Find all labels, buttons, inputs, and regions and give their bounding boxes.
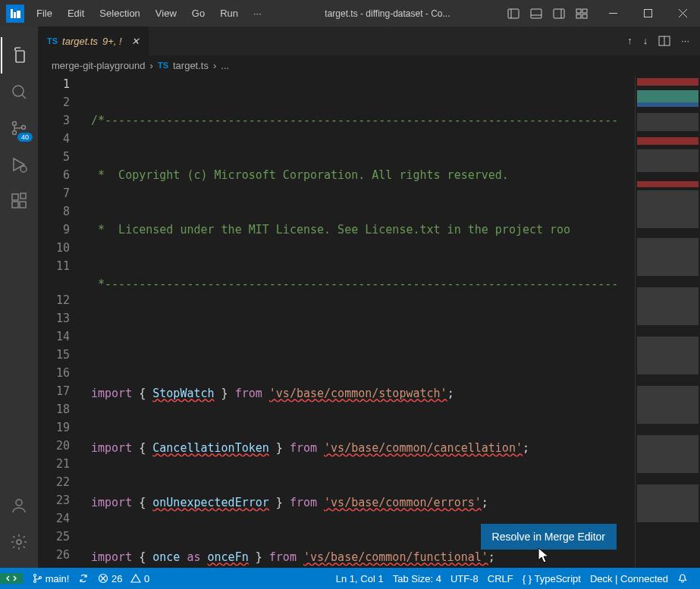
svg-point-24 (16, 500, 22, 506)
title-bar: File Edit Selection View Go Run ··· targ… (0, 0, 700, 27)
settings-gear-icon[interactable] (1, 524, 37, 560)
upload-icon[interactable]: ↑ (627, 35, 633, 47)
cursor-position[interactable]: Ln 1, Col 1 (336, 573, 384, 584)
svg-rect-6 (576, 9, 581, 13)
layout-controls (507, 8, 595, 20)
breadcrumb-file[interactable]: target.ts (173, 60, 209, 71)
menu-edit[interactable]: Edit (61, 5, 90, 22)
tab-filename: target.ts (62, 36, 98, 47)
scm-badge: 40 (17, 133, 33, 142)
tab-bar: TS target.ts 9+, ! ✕ ↑ ↓ ··· (38, 27, 700, 55)
editor-tab[interactable]: TS target.ts 9+, ! ✕ (38, 27, 149, 55)
notifications-icon[interactable] (677, 573, 688, 584)
menu-file[interactable]: File (30, 5, 58, 22)
remote-indicator[interactable] (0, 573, 23, 584)
tab-close-icon[interactable]: ✕ (131, 36, 140, 47)
svg-rect-4 (554, 9, 564, 18)
minimap[interactable] (635, 75, 700, 568)
window-controls (595, 0, 700, 27)
editor-area: TS target.ts 9+, ! ✕ ↑ ↓ ··· merge-git-p… (38, 27, 700, 568)
run-debug-icon[interactable] (1, 146, 37, 183)
panel-left-icon[interactable] (507, 8, 520, 20)
svg-point-29 (34, 580, 36, 582)
typescript-file-icon: TS (47, 36, 58, 45)
svg-rect-8 (576, 14, 581, 18)
breadcrumb-folder[interactable]: merge-git-playground (52, 60, 146, 71)
activity-bar: 40 (0, 27, 38, 568)
minimize-button[interactable] (595, 0, 630, 27)
svg-point-25 (17, 540, 21, 544)
svg-rect-0 (508, 9, 519, 18)
language-mode[interactable]: { } TypeScript (523, 573, 581, 584)
close-button[interactable] (665, 0, 700, 27)
typescript-file-icon: TS (158, 61, 168, 70)
svg-point-16 (13, 122, 17, 126)
svg-point-28 (34, 574, 36, 576)
split-editor-icon[interactable] (658, 35, 670, 47)
source-control-icon[interactable]: 40 (1, 110, 37, 146)
accounts-icon[interactable] (1, 487, 37, 524)
svg-rect-23 (20, 193, 26, 199)
status-bar: main! 26 0 Ln 1, Col 1 Tab Size: 4 UTF-8… (0, 568, 700, 589)
svg-line-15 (22, 95, 26, 99)
layout-icon[interactable] (576, 8, 588, 20)
svg-point-19 (20, 166, 27, 172)
problems-indicator[interactable]: 26 0 (98, 573, 149, 584)
resolve-merge-editor-button[interactable]: Resolve in Merge Editor (481, 524, 617, 550)
breadcrumb-more[interactable]: ... (221, 60, 229, 71)
window-title: target.ts - diffing-dataset - Co... (268, 8, 507, 19)
menu-run[interactable]: Run (214, 5, 244, 22)
download-icon[interactable]: ↓ (643, 35, 648, 47)
app-icon[interactable] (6, 5, 24, 23)
menu-selection[interactable]: Selection (93, 5, 146, 22)
svg-rect-20 (12, 194, 18, 200)
svg-rect-21 (12, 202, 18, 208)
svg-rect-22 (20, 202, 26, 208)
more-actions-icon[interactable]: ··· (681, 35, 689, 47)
branch-indicator[interactable]: main! (32, 573, 69, 584)
menu-bar: File Edit Selection View Go Run ··· (30, 5, 268, 22)
panel-right-icon[interactable] (553, 8, 565, 20)
breadcrumbs[interactable]: merge-git-playground › TS target.ts › ..… (38, 55, 700, 75)
menu-view[interactable]: View (149, 5, 183, 22)
search-icon[interactable] (1, 74, 37, 110)
deck-status[interactable]: Deck | Connected (590, 573, 668, 584)
maximize-button[interactable] (630, 0, 665, 27)
chevron-right-icon: › (150, 60, 153, 71)
svg-point-17 (13, 131, 17, 135)
chevron-right-icon: › (213, 60, 216, 71)
encoding[interactable]: UTF-8 (450, 573, 479, 584)
panel-bottom-icon[interactable] (530, 8, 542, 20)
extensions-icon[interactable] (1, 183, 37, 219)
svg-rect-2 (531, 9, 541, 18)
sync-indicator[interactable] (78, 573, 89, 584)
svg-rect-9 (582, 14, 587, 18)
svg-rect-10 (609, 13, 617, 14)
line-number-gutter: 1 2 3 4 5 6 7 8 9 10 11 12 13 14 15 16 1… (38, 75, 91, 568)
menu-more[interactable]: ··· (247, 5, 268, 22)
tab-metadata: 9+, ! (102, 36, 122, 47)
svg-rect-7 (582, 9, 587, 13)
explorer-icon[interactable] (1, 37, 37, 74)
svg-point-14 (13, 86, 24, 96)
svg-rect-11 (644, 10, 651, 17)
code-editor[interactable]: /*--------------------------------------… (91, 75, 700, 568)
tab-size[interactable]: Tab Size: 4 (393, 573, 441, 584)
eol[interactable]: CRLF (488, 573, 513, 584)
menu-go[interactable]: Go (186, 5, 211, 22)
